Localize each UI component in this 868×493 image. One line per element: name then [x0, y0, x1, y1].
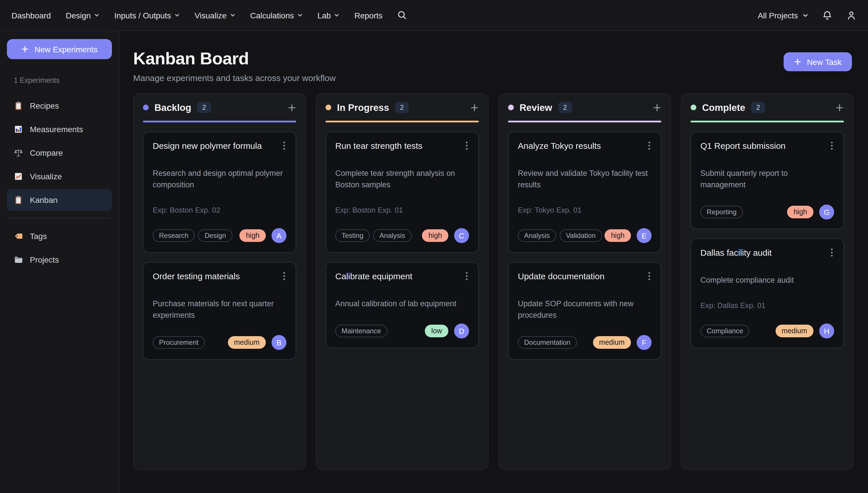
add-card-button[interactable] — [470, 103, 479, 112]
card-title: Update documentation — [518, 271, 604, 282]
task-card[interactable]: Analyze Tokyo resultsReview and validate… — [508, 132, 661, 253]
sidebar-primary-nav: RecipesMeasurementsCompareVisualizeKanba… — [7, 95, 112, 211]
main-content: Kanban Board Manage experiments and task… — [119, 31, 868, 493]
plus-icon — [653, 103, 661, 112]
card-tag: Analysis — [373, 229, 411, 242]
column-color-dot — [508, 105, 514, 110]
new-task-button[interactable]: New Task — [783, 52, 852, 71]
card-footer: MaintenancelowD — [335, 323, 469, 339]
task-card[interactable]: Design new polymer formulaResearch and d… — [143, 132, 296, 253]
card-tag: Compliance — [700, 325, 750, 337]
card-footer: DocumentationmediumF — [518, 335, 652, 350]
assignee-avatar[interactable]: F — [637, 335, 652, 350]
card-menu-button[interactable] — [282, 271, 287, 282]
search-button[interactable] — [397, 10, 407, 20]
sidebar-item-label: Kanban — [30, 195, 58, 205]
user-icon — [846, 10, 856, 20]
card-title: Calibrate equipment — [335, 271, 412, 282]
kanban-board: Backlog2Design new polymer formulaResear… — [119, 84, 868, 470]
card-list: Design new polymer formulaResearch and d… — [143, 132, 296, 360]
card-description: Research and design optimal polymer comp… — [153, 168, 287, 191]
card-footer-right: highG — [787, 205, 834, 219]
card-header: Calibrate equipment — [335, 271, 469, 282]
nav-item-inputs-outputs[interactable]: Inputs / Outputs — [114, 10, 180, 20]
plus-icon — [470, 103, 479, 112]
nav-item-lab[interactable]: Lab — [317, 10, 340, 20]
chevron-down-icon — [335, 13, 340, 18]
new-experiments-button[interactable]: New Experiments — [7, 39, 112, 59]
assignee-avatar[interactable]: H — [819, 323, 834, 339]
column-title: Complete — [702, 102, 745, 113]
card-footer: ProcurementmediumB — [153, 335, 287, 350]
card-description: Submit quarterly report to management — [700, 168, 834, 191]
project-selector-label: All Projects — [758, 10, 798, 20]
card-header: Q1 Report submission — [700, 140, 834, 152]
column-accent-bar — [143, 121, 296, 122]
page-header-text: Kanban Board Manage experiments and task… — [133, 48, 336, 84]
card-tags: Procurement — [153, 336, 205, 349]
assignee-avatar[interactable]: C — [454, 228, 469, 243]
priority-badge: high — [787, 206, 814, 218]
sidebar-item-tags[interactable]: Tags — [7, 225, 112, 247]
sidebar: New Experiments 1 Experiments RecipesMea… — [0, 31, 119, 493]
nav-item-visualize[interactable]: Visualize — [195, 10, 235, 20]
column-color-dot — [143, 105, 149, 110]
sidebar-item-visualize[interactable]: Visualize — [7, 166, 112, 187]
card-menu-button[interactable] — [647, 140, 652, 151]
card-title: Run tear strength tests — [335, 140, 422, 152]
priority-badge: medium — [593, 336, 631, 349]
task-card[interactable]: Q1 Report submissionSubmit quarterly rep… — [691, 132, 844, 229]
nav-item-dashboard[interactable]: Dashboard — [12, 10, 51, 20]
column-color-dot — [691, 105, 696, 110]
sidebar-divider — [8, 218, 111, 218]
page-subtitle: Manage experiments and tasks across your… — [133, 72, 336, 84]
card-tag: Testing — [335, 229, 370, 242]
card-experiment-label: Exp: Boston Exp. 02 — [153, 206, 287, 214]
card-menu-button[interactable] — [647, 271, 652, 282]
nav-item-label: Lab — [317, 10, 331, 20]
column-review: Review2Analyze Tokyo resultsReview and v… — [498, 93, 671, 470]
task-card[interactable]: Dallas facility auditComplete compliance… — [691, 238, 844, 348]
page-title: Kanban Board — [133, 48, 336, 69]
kebab-menu-icon — [831, 248, 833, 257]
card-menu-button[interactable] — [829, 247, 834, 258]
priority-badge: high — [240, 229, 266, 242]
user-menu-button[interactable] — [846, 10, 856, 20]
add-card-button[interactable] — [653, 103, 661, 112]
card-description: Review and validate Tokyo facility test … — [518, 168, 652, 191]
sidebar-item-compare[interactable]: Compare — [7, 142, 112, 164]
add-card-button[interactable] — [835, 103, 844, 112]
task-card[interactable]: Update documentationUpdate SOP documents… — [508, 262, 661, 360]
assignee-avatar[interactable]: E — [637, 228, 652, 243]
nav-item-calculations[interactable]: Calculations — [250, 10, 302, 20]
task-card[interactable]: Calibrate equipmentAnnual calibration of… — [325, 262, 479, 348]
nav-item-reports[interactable]: Reports — [355, 10, 383, 20]
card-menu-button[interactable] — [464, 271, 469, 282]
sidebar-item-measurements[interactable]: Measurements — [7, 119, 112, 140]
assignee-avatar[interactable]: D — [454, 323, 469, 339]
kebab-menu-icon — [283, 272, 285, 280]
assignee-avatar[interactable]: B — [272, 335, 287, 350]
assignee-avatar[interactable]: G — [819, 205, 834, 219]
add-card-button[interactable] — [288, 103, 296, 112]
task-card[interactable]: Order testing materialsPurchase material… — [143, 262, 296, 360]
card-menu-button[interactable] — [829, 140, 834, 151]
sidebar-item-recipes[interactable]: Recipes — [7, 95, 112, 116]
priority-badge: high — [605, 229, 631, 242]
notifications-button[interactable] — [822, 10, 832, 20]
card-footer-right: highE — [605, 228, 652, 243]
assignee-avatar[interactable]: A — [272, 228, 287, 243]
card-tags: Maintenance — [335, 325, 387, 337]
top-navbar: DashboardDesignInputs / OutputsVisualize… — [0, 0, 868, 31]
card-menu-button[interactable] — [282, 140, 287, 151]
project-selector[interactable]: All Projects — [758, 10, 808, 20]
sidebar-item-projects[interactable]: Projects — [7, 249, 112, 271]
card-tag: Documentation — [518, 336, 577, 349]
sidebar-item-kanban[interactable]: Kanban — [7, 189, 112, 211]
card-tag: Research — [153, 229, 195, 242]
line-chart-icon — [14, 172, 23, 181]
nav-item-design[interactable]: Design — [66, 10, 99, 20]
card-menu-button[interactable] — [464, 140, 469, 151]
sidebar-item-label: Tags — [30, 232, 47, 241]
task-card[interactable]: Run tear strength testsComplete tear str… — [325, 132, 479, 253]
